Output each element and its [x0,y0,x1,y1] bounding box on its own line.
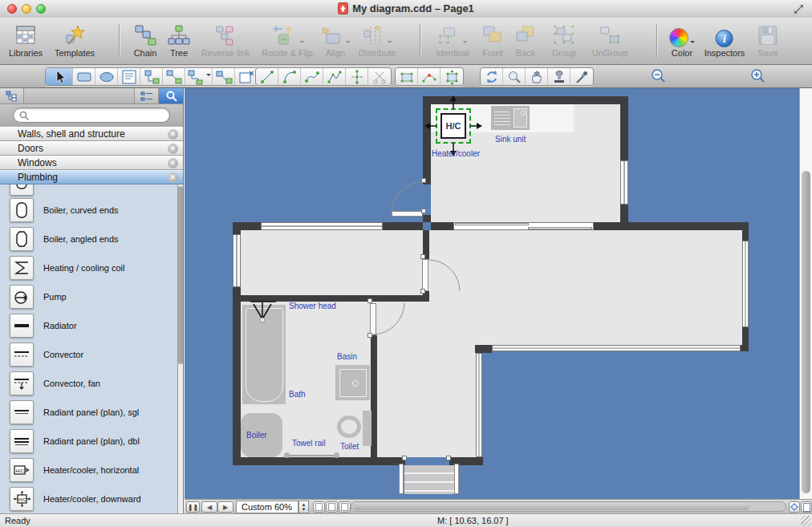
list-item[interactable]: Pump [0,285,184,314]
wall-segment[interactable] [742,327,749,345]
templates-button[interactable]: Templates [55,21,95,58]
toilet-cistern[interactable] [363,411,371,446]
pan-mode-button[interactable] [789,501,800,513]
inspectors-button[interactable]: i Inspectors [704,21,745,58]
wall-segment[interactable] [594,222,749,230]
search-view-button[interactable] [159,88,184,103]
wall-segment[interactable] [233,287,241,465]
zoom-out-icon[interactable] [650,67,668,85]
close-section-icon[interactable]: × [168,172,178,183]
window[interactable] [742,241,749,327]
close-section-icon[interactable]: × [168,144,178,154]
list-item[interactable]: Convector, fan [0,371,184,400]
ungroup-button[interactable]: UnGroup [592,21,628,58]
color-button[interactable]: Color [669,21,695,58]
drawing-canvas[interactable]: H/C Heater/cooler Sink unit Shower head … [185,88,799,499]
identical-button[interactable]: Identical [436,21,469,58]
wall-segment[interactable] [233,222,241,234]
zoom-level-field[interactable]: Custom 60% [236,501,298,513]
library-section-doors[interactable]: Doors × [0,141,184,156]
wall-segment[interactable] [475,345,492,353]
label-shower-head[interactable]: Shower head [289,302,336,310]
list-item[interactable]: Radiant panel (plan), sgl [0,400,184,429]
page-fit-button[interactable] [801,501,812,513]
resize-grip[interactable] [801,516,811,526]
bezier-connector-tool[interactable] [213,68,235,85]
tree-connector-tool[interactable] [140,68,163,85]
window[interactable] [492,345,741,351]
wall-segment[interactable] [431,222,453,230]
wall-segment[interactable] [425,96,628,104]
reshape-tool[interactable] [396,68,418,85]
wall-segment[interactable] [241,295,428,302]
pointer-tool[interactable] [46,68,73,85]
page-forward-button[interactable]: ▶ [217,501,233,513]
curve-edit-tool[interactable] [418,68,441,85]
tree-view-button[interactable] [0,88,24,103]
label-towel-rail[interactable]: Towel rail [292,439,326,448]
group-button[interactable]: Group [552,21,577,58]
close-section-icon[interactable]: × [168,158,178,168]
line-tool[interactable] [256,68,278,85]
search-input[interactable] [13,107,170,123]
hand-tool[interactable] [526,68,548,85]
eyedropper-tool[interactable] [570,68,593,85]
wall-segment[interactable] [371,335,377,465]
label-basin[interactable]: Basin [337,352,357,361]
stamp-tool[interactable] [548,68,570,85]
rotate-flip-button[interactable]: Rotate & Flip [262,21,313,58]
close-section-icon[interactable]: × [168,129,178,140]
list-item[interactable]: Boiler, angled ends [0,227,184,256]
list-item[interactable]: H/C Heater/cooler, horizontal [0,458,184,487]
arc-tool[interactable] [278,68,301,85]
zoom-in-icon[interactable] [749,67,767,85]
label-sink-unit[interactable]: Sink unit [495,135,526,144]
split-tool[interactable] [368,68,391,85]
pause-button[interactable]: ❚❚ [186,501,200,513]
text-tool[interactable] [118,68,140,85]
stairs[interactable] [404,465,454,494]
canvas-horizontal-scrollbar[interactable] [351,501,786,512]
window[interactable] [476,353,482,457]
edit-points-tool[interactable] [346,68,368,85]
list-item[interactable]: Radiant panel (plan), dbl [0,429,184,458]
canvas-horizontal-scrollbar-thumb[interactable] [353,503,749,510]
transform-tool[interactable] [441,68,463,85]
list-item[interactable]: Convector [0,343,184,371]
wall-segment[interactable] [383,222,423,230]
wall-segment[interactable] [233,457,405,465]
page-view-button-1[interactable] [313,501,325,513]
page-view-button-3[interactable] [339,501,351,513]
zoom-stepper[interactable]: ▲▼ [298,501,309,513]
delete-shape-tool[interactable] [235,68,258,85]
door-leaf[interactable] [370,303,376,335]
library-section-windows[interactable]: Windows × [0,156,184,170]
stepper-down-icon[interactable]: ▼ [302,507,307,512]
smart-connector-tool[interactable] [185,68,213,85]
window[interactable] [261,222,383,230]
bezier-curve-tool[interactable] [301,68,323,85]
door-leaf[interactable] [392,211,423,217]
reverse-link-button[interactable]: Reverse link [201,21,250,58]
window[interactable] [620,160,628,205]
list-item[interactable]: H/C Heater/cooler, downward [0,487,184,513]
search-text-field[interactable] [33,109,168,123]
page-back-button[interactable]: ◀ [201,501,217,513]
align-button[interactable]: Align [320,21,351,58]
window[interactable] [233,234,241,287]
back-button[interactable]: Back [514,21,538,58]
label-bath[interactable]: Bath [289,390,306,399]
save-button[interactable]: Save [756,21,780,58]
wall-segment[interactable] [620,96,628,160]
front-button[interactable]: Front [481,21,505,58]
page-view-button-2[interactable] [326,501,338,513]
library-section-walls[interactable]: Walls, shell and structure × [0,127,184,141]
libraries-button[interactable]: Libraries [9,21,43,58]
wall-segment[interactable] [423,215,431,222]
sync-tool[interactable] [481,68,503,85]
list-view-button[interactable] [135,88,159,103]
rectangle-tool[interactable] [73,68,95,85]
wall-segment[interactable] [742,222,749,241]
toilet-bowl[interactable] [337,416,361,438]
fullscreen-icon[interactable] [793,3,805,15]
